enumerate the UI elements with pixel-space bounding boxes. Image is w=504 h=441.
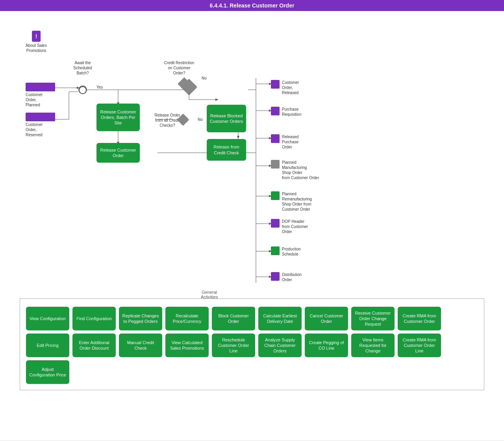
- customer-order-reserved-input: CustomerOrder,Reserved: [26, 113, 55, 137]
- released-po-output: ReleasedPurchaseOrder: [271, 134, 280, 143]
- merge-circle: [79, 86, 87, 94]
- release-credit-action[interactable]: Release from Credit Check: [207, 139, 246, 161]
- receive-co-change-btn[interactable]: Receive Customer Order Change Request: [351, 307, 395, 330]
- create-rma-co-line-btn[interactable]: Create RMA from Customer Order Line: [398, 334, 441, 357]
- header: 6.4.4.1. Release Customer Order: [0, 0, 504, 11]
- co-released-output: CustomerOrder,Released: [271, 80, 280, 89]
- activities-grid: View Configuration Find Configuration Re…: [24, 305, 480, 386]
- exclamation-icon: !: [32, 31, 41, 42]
- general-activities-label: GeneralActivities: [201, 290, 218, 299]
- general-activities-container: View Configuration Find Configuration Re…: [20, 298, 484, 390]
- reschedule-co-line-btn[interactable]: Reschedule Customer Order Line: [212, 334, 255, 357]
- release-blocked-action[interactable]: Release Blocked Customer Orders: [207, 105, 246, 132]
- view-calculated-btn[interactable]: View Calculated Sales Promotions: [165, 334, 209, 357]
- release-co-action[interactable]: Release Customer Order: [96, 143, 140, 163]
- calculate-earliest-btn[interactable]: Calculate Earliest Delivery Date: [258, 307, 302, 330]
- planned-remfg-output: PlannedRemanufacturingShop Order fromCus…: [271, 191, 280, 200]
- enter-additional-btn[interactable]: Enter Additional Order Discount: [72, 334, 116, 357]
- create-pegging-btn[interactable]: Create Pegging of CO Line: [305, 334, 348, 357]
- customer-order-planned-input: CustomerOrder,Planned: [26, 83, 55, 107]
- view-items-change-btn[interactable]: View Items Requested for Change: [351, 334, 395, 357]
- no-label-credit: No: [202, 76, 207, 80]
- dist-order-output: DistributionOrder: [271, 272, 280, 281]
- view-configuration-btn[interactable]: View Configuration: [26, 307, 69, 330]
- dop-header-output: DOP Headerfrom CustomerOrder: [271, 219, 280, 228]
- await-batch-label: Await theScheduledBatch?: [67, 60, 98, 76]
- recalculate-price-btn[interactable]: Recalculate Price/Currency: [165, 307, 209, 330]
- edit-pricing-btn[interactable]: Edit Pricing: [26, 334, 69, 357]
- create-rma-co-btn[interactable]: Create RMA from Customer Order: [398, 307, 441, 330]
- header-title: 6.4.4.1. Release Customer Order: [210, 2, 295, 9]
- planned-mfg-output: PlannedManufacturingShop Orderfrom Custo…: [271, 160, 280, 169]
- manual-credit-btn[interactable]: Manual Credit Check: [119, 334, 162, 357]
- credit-restriction-diamond: [178, 77, 191, 91]
- find-configuration-btn[interactable]: Find Configuration: [72, 307, 116, 330]
- prod-schedule-output: ProductionSchedule: [271, 246, 280, 255]
- no-label-allcredit: No: [198, 117, 203, 122]
- analyze-supply-btn[interactable]: Analyze Supply Chain Customer Orders: [258, 334, 302, 357]
- block-customer-order-btn[interactable]: Block Customer Order: [212, 307, 255, 330]
- cancel-co-btn[interactable]: Cancel Customer Order: [305, 307, 348, 330]
- replicate-changes-btn[interactable]: Replicate Changes to Pegged Orders: [119, 307, 162, 330]
- purchase-req-output: PurchaseRequisition: [271, 107, 280, 115]
- adjust-config-price-btn[interactable]: Adjust Configuration Price: [26, 360, 69, 384]
- yes-label-batch: Yes: [96, 85, 103, 89]
- svg-marker-17: [237, 136, 239, 139]
- svg-marker-15: [215, 98, 219, 101]
- credit-restriction-label: Credit Restrictionon CustomerOrder?: [161, 60, 197, 76]
- release-batch-action[interactable]: Release Customer Orders, Batch Per Site: [96, 104, 140, 131]
- about-sales-promotions: ! About SalesPromotions: [26, 31, 47, 53]
